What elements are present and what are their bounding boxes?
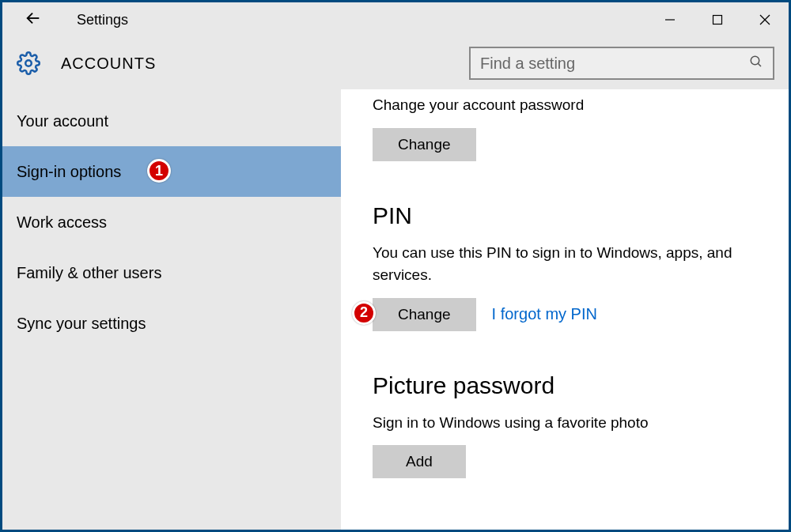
body-area: Your account Sign-in options 1 Work acce… bbox=[2, 89, 789, 530]
sidebar-item-sign-in-options[interactable]: Sign-in options 1 bbox=[2, 146, 341, 197]
sidebar-item-work-access[interactable]: Work access bbox=[2, 197, 341, 247]
sidebar-item-your-account[interactable]: Your account bbox=[2, 96, 341, 146]
search-input[interactable] bbox=[480, 55, 749, 73]
pin-actions-row: 2 Change I forgot my PIN bbox=[373, 298, 774, 331]
annotation-badge-1: 1 bbox=[147, 159, 171, 183]
sidebar-item-label: Sign-in options bbox=[17, 163, 121, 181]
sidebar-item-label: Your account bbox=[17, 112, 108, 130]
change-pin-button[interactable]: Change bbox=[373, 298, 476, 331]
back-arrow-icon[interactable] bbox=[25, 9, 42, 30]
forgot-pin-link[interactable]: I forgot my PIN bbox=[492, 305, 597, 323]
svg-point-6 bbox=[751, 56, 759, 65]
sidebar-item-sync-settings[interactable]: Sync your settings bbox=[2, 298, 341, 349]
title-bar: Settings bbox=[2, 2, 789, 37]
add-picture-password-button[interactable]: Add bbox=[373, 445, 466, 478]
window-controls bbox=[646, 2, 789, 37]
svg-line-7 bbox=[758, 63, 761, 66]
gear-icon bbox=[17, 51, 40, 75]
annotation-badge-2: 2 bbox=[352, 301, 376, 325]
pin-heading: PIN bbox=[373, 202, 774, 229]
section-title: ACCOUNTS bbox=[61, 55, 156, 73]
content-panel: Change your account password Change PIN … bbox=[341, 89, 789, 530]
svg-rect-2 bbox=[713, 16, 722, 25]
sidebar-item-label: Family & other users bbox=[17, 264, 161, 282]
svg-point-5 bbox=[25, 60, 32, 66]
search-box[interactable] bbox=[469, 47, 774, 80]
picture-password-heading: Picture password bbox=[373, 372, 774, 399]
password-description: Change your account password bbox=[373, 94, 774, 117]
pin-description: You can use this PIN to sign in to Windo… bbox=[373, 242, 774, 287]
sidebar-item-family-other-users[interactable]: Family & other users bbox=[2, 247, 341, 298]
header-row: ACCOUNTS bbox=[2, 37, 789, 89]
sidebar-item-label: Sync your settings bbox=[17, 315, 146, 333]
change-password-button[interactable]: Change bbox=[373, 128, 476, 161]
sidebar-item-label: Work access bbox=[17, 213, 107, 232]
search-icon bbox=[749, 55, 763, 72]
minimize-button[interactable] bbox=[646, 2, 694, 37]
window-title: Settings bbox=[77, 12, 128, 28]
maximize-button[interactable] bbox=[694, 2, 741, 37]
sidebar: Your account Sign-in options 1 Work acce… bbox=[2, 89, 341, 530]
close-button[interactable] bbox=[741, 2, 789, 37]
picture-password-description: Sign in to Windows using a favorite phot… bbox=[373, 412, 774, 435]
